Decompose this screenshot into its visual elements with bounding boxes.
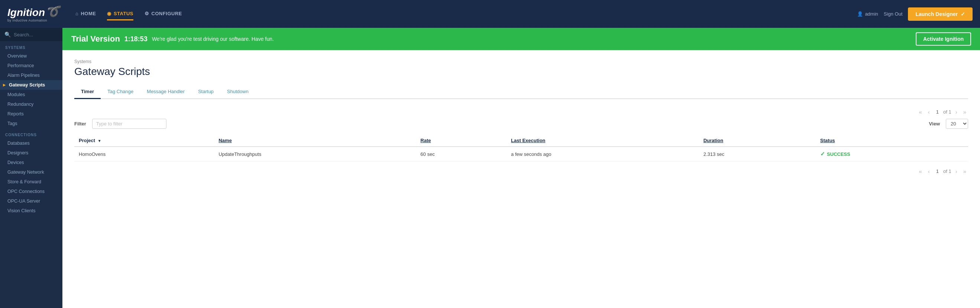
- nav-status[interactable]: ◉ STATUS: [107, 8, 134, 21]
- trial-message: We're glad you're test driving our softw…: [152, 36, 911, 42]
- trial-timer: 1:18:53: [124, 35, 148, 43]
- sidebar-item-reports[interactable]: Reports: [0, 109, 62, 119]
- checkmark-icon: ✓: [961, 11, 965, 17]
- col-header-project[interactable]: Project ▼: [74, 135, 214, 146]
- content-area: Systems Gateway Scripts Timer Tag Change…: [62, 50, 980, 308]
- sidebar-item-performance[interactable]: Performance: [0, 61, 62, 70]
- search-icon: 🔍: [5, 32, 11, 38]
- user-icon: 👤: [857, 11, 863, 17]
- logo-text: Ignition➰: [8, 7, 60, 18]
- page-title: Gateway Scripts: [74, 66, 968, 78]
- sidebar-item-devices[interactable]: Devices: [0, 158, 62, 167]
- top-nav: Ignition➰ by Inductive Automation ⌂ HOME…: [0, 0, 980, 28]
- breadcrumb: Systems: [74, 59, 968, 64]
- cell-rate: 60 sec: [416, 146, 507, 162]
- tab-tag-change[interactable]: Tag Change: [101, 85, 140, 99]
- user-info: 👤 admin: [857, 11, 878, 17]
- col-header-rate[interactable]: Rate: [416, 135, 507, 146]
- filter-input[interactable]: [92, 119, 166, 129]
- sidebar-item-designers[interactable]: Designers: [0, 148, 62, 158]
- sidebar: 🔍 SYSTEMS Overview Performance Alarm Pip…: [0, 28, 62, 308]
- sidebar-item-gateway-network[interactable]: Gateway Network: [0, 167, 62, 177]
- sidebar-item-vision-clients[interactable]: Vision Clients: [0, 206, 62, 216]
- tab-shutdown[interactable]: Shutdown: [220, 85, 255, 99]
- sidebar-item-gateway-scripts[interactable]: Gateway Scripts: [0, 80, 62, 90]
- logo: Ignition➰ by Inductive Automation: [8, 6, 60, 22]
- col-header-status[interactable]: Status: [816, 135, 968, 146]
- tab-timer[interactable]: Timer: [74, 85, 101, 99]
- view-label: View: [929, 121, 940, 127]
- col-header-duration[interactable]: Duration: [699, 135, 815, 146]
- prev-page-button-top[interactable]: ‹: [926, 108, 932, 116]
- logo-subtitle: by Inductive Automation: [8, 19, 60, 22]
- nav-home[interactable]: ⌂ HOME: [75, 8, 96, 21]
- sidebar-item-opc-connections[interactable]: OPC Connections: [0, 187, 62, 196]
- activate-ignition-button[interactable]: Activate Ignition: [916, 32, 971, 46]
- cell-project: HomoOvens: [74, 146, 214, 162]
- home-icon: ⌂: [75, 11, 78, 16]
- tab-startup[interactable]: Startup: [191, 85, 220, 99]
- sidebar-item-overview[interactable]: Overview: [0, 51, 62, 61]
- last-page-button-bottom[interactable]: »: [961, 167, 968, 175]
- cell-last-execution: a few seconds ago: [507, 146, 699, 162]
- filter-label: Filter: [74, 121, 86, 127]
- pagination-bottom: « ‹ 1 of 1 › »: [74, 167, 968, 175]
- configure-icon: ⚙: [145, 11, 150, 16]
- sort-arrow-project: ▼: [98, 139, 102, 143]
- pagination-top: « ‹ 1 of 1 › »: [74, 108, 968, 116]
- sidebar-item-redundancy[interactable]: Redundancy: [0, 100, 62, 109]
- logo-flame-icon: ➰: [45, 5, 62, 19]
- sign-out-link[interactable]: Sign Out: [884, 11, 903, 17]
- last-page-button-top[interactable]: »: [961, 108, 968, 116]
- nav-configure[interactable]: ⚙ CONFIGURE: [145, 8, 182, 21]
- search-input[interactable]: [14, 32, 58, 38]
- page-of-top: of 1: [943, 109, 951, 115]
- prev-page-button-bottom[interactable]: ‹: [926, 167, 932, 175]
- current-page-top: 1: [934, 108, 941, 116]
- tab-message-handler[interactable]: Message Handler: [140, 85, 191, 99]
- tab-bar: Timer Tag Change Message Handler Startup…: [74, 85, 968, 99]
- col-header-last-execution[interactable]: Last Execution: [507, 135, 699, 146]
- next-page-button-bottom[interactable]: ›: [954, 167, 959, 175]
- page-of-bottom: of 1: [943, 168, 951, 174]
- table-row: HomoOvens UpdateThroughputs 60 sec a few…: [74, 146, 968, 162]
- view-select[interactable]: 20 50 100: [946, 119, 968, 129]
- launch-designer-button[interactable]: Launch Designer ✓: [908, 8, 972, 21]
- systems-section-label: SYSTEMS: [0, 41, 62, 51]
- status-icon: ◉: [107, 11, 111, 16]
- current-page-bottom: 1: [934, 168, 941, 175]
- sidebar-item-databases[interactable]: Databases: [0, 138, 62, 148]
- trial-version-label: Trial Version: [71, 34, 120, 44]
- data-table: Project ▼ Name Rate Last Execution: [74, 135, 968, 162]
- nav-links: ⌂ HOME ◉ STATUS ⚙ CONFIGURE: [75, 8, 857, 21]
- sidebar-item-opc-ua-server[interactable]: OPC-UA Server: [0, 196, 62, 206]
- table-controls: Filter View 20 50 100: [74, 119, 968, 129]
- cell-name: UpdateThroughputs: [214, 146, 416, 162]
- sidebar-item-store-forward[interactable]: Store & Forward: [0, 177, 62, 187]
- first-page-button-top[interactable]: «: [917, 108, 924, 116]
- nav-right: 👤 admin Sign Out Launch Designer ✓: [857, 8, 972, 21]
- cell-status: ✓ SUCCESS: [816, 146, 968, 162]
- first-page-button-bottom[interactable]: «: [917, 167, 924, 175]
- next-page-button-top[interactable]: ›: [954, 108, 959, 116]
- status-badge: ✓ SUCCESS: [820, 151, 964, 157]
- main-layout: 🔍 SYSTEMS Overview Performance Alarm Pip…: [0, 28, 980, 308]
- search-bar: 🔍: [0, 28, 62, 41]
- col-header-name[interactable]: Name: [214, 135, 416, 146]
- cell-duration: 2.313 sec: [699, 146, 815, 162]
- sidebar-item-modules[interactable]: Modules: [0, 90, 62, 100]
- connections-section-label: CONNECTIONS: [0, 129, 62, 138]
- trial-banner: Trial Version 1:18:53 We're glad you're …: [62, 28, 980, 50]
- sidebar-item-tags[interactable]: Tags: [0, 119, 62, 129]
- success-check-icon: ✓: [820, 151, 825, 157]
- content-right: Trial Version 1:18:53 We're glad you're …: [62, 28, 980, 308]
- sidebar-item-alarm-pipelines[interactable]: Alarm Pipelines: [0, 70, 62, 80]
